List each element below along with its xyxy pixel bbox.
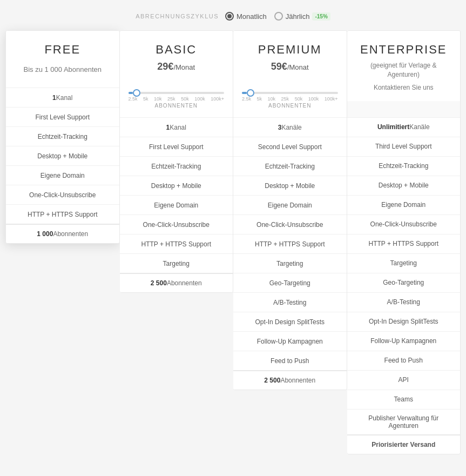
feature-row-enterprise-13: API (347, 370, 461, 390)
feature-row-enterprise-10: Opt-In Design SplitTests (347, 312, 461, 331)
plan-free-subtext: Bis zu 1 000 Abonnenten (15, 61, 111, 78)
feature-row-basic-3: Desktop + Mobile (120, 176, 233, 195)
plan-slider-basic[interactable]: 2.5k5k10k25k50k100k100k+ABONNENTEN (120, 82, 233, 117)
slider-labels-premium: 2.5k5k10k25k50k100k100k+ (242, 96, 338, 102)
feature-row-enterprise-12: Feed to Push (347, 351, 461, 370)
feature-rest-premium-13: Abonnenten (280, 377, 315, 384)
plan-name-enterprise: ENTERPRISE (356, 43, 452, 57)
feature-rest-free-7: Abonnenten (53, 230, 88, 238)
feature-row-basic-4: Eigene Domain (120, 195, 233, 214)
feature-rest-basic-0: Kanal (170, 124, 186, 131)
feature-row-premium-3: Desktop + Mobile (233, 176, 347, 195)
monthly-option[interactable]: Monatlich (225, 12, 267, 21)
plan-slider-premium[interactable]: 2.5k5k10k25k50k100k100k+ABONNENTEN (233, 82, 347, 117)
feature-row-premium-0: 3 Kanäle (233, 117, 347, 137)
plan-card-premium: PREMIUM59€/Monat2.5k5k10k25k50k100k100k+… (233, 30, 347, 390)
feature-row-premium-1: Second Level Support (233, 137, 347, 156)
plan-card-basic: BASIC29€/Monat2.5k5k10k25k50k100k100k+AB… (120, 30, 234, 293)
monthly-label: Monatlich (237, 12, 267, 21)
yearly-option[interactable]: Jährlich -15% (274, 12, 330, 21)
feature-row-premium-2: Echtzeit-Tracking (233, 156, 347, 176)
yearly-radio[interactable] (274, 12, 283, 21)
feature-row-enterprise-1: Third Level Support (347, 137, 461, 156)
feature-bold-enterprise-0: Unlimitiert (377, 123, 409, 131)
feature-row-basic-7: Targeting (120, 253, 233, 273)
feature-row-free-0: 1 Kanal (6, 88, 119, 107)
feature-bold-basic-0: 1 (166, 124, 170, 131)
feature-row-premium-10: Opt-In Design SplitTests (233, 312, 347, 331)
feature-bold-premium-13: 2 500 (264, 377, 280, 384)
feature-row-enterprise-2: Echtzeit-Tracking (347, 156, 461, 176)
plan-card-enterprise: ENTERPRISE(geeignet für Verlage & Agentu… (347, 30, 461, 454)
feature-row-premium-6: HTTP + HTTPS Support (233, 234, 347, 253)
feature-row-free-2: Echtzeit-Tracking (6, 126, 119, 146)
plan-card-free: FREEBis zu 1 000 Abonnenten1 KanalFirst … (5, 30, 120, 244)
feature-row-premium-9: A/B-Testing (233, 292, 347, 312)
feature-row-free-4: Eigene Domain (6, 165, 119, 185)
plan-name-basic: BASIC (129, 43, 225, 57)
feature-row-premium-12: Feed to Push (233, 351, 347, 370)
slider-labels-basic: 2.5k5k10k25k50k100k100k+ (129, 96, 225, 102)
feature-row-enterprise-6: HTTP + HTTPS Support (347, 234, 461, 253)
feature-row-enterprise-8: Geo-Targeting (347, 273, 461, 292)
feature-row-free-6: HTTP + HTTPS Support (6, 204, 119, 224)
plan-header-enterprise: ENTERPRISE(geeignet für Verlage & Agentu… (347, 31, 461, 101)
feature-row-basic-2: Echtzeit-Tracking (120, 156, 233, 176)
feature-row-premium-5: One-Click-Unsubscribe (233, 214, 347, 234)
feature-row-enterprise-0: Unlimitiert Kanäle (347, 117, 461, 137)
yearly-label: Jährlich (286, 12, 310, 21)
feature-row-free-3: Desktop + Mobile (6, 146, 119, 165)
plan-name-premium: PREMIUM (242, 43, 338, 57)
feature-row-free-1: First Level Support (6, 107, 119, 126)
feature-bold-basic-8: 2 500 (151, 279, 167, 287)
plan-contact-enterprise[interactable]: Kontaktieren Sie uns (356, 84, 452, 91)
feature-bold-free-0: 1 (52, 94, 56, 102)
feature-row-basic-5: One-Click-Unsubscribe (120, 214, 233, 234)
plan-name-free: FREE (15, 43, 111, 57)
feature-row-basic-6: HTTP + HTTPS Support (120, 234, 233, 253)
feature-row-premium-8: Geo-Targeting (233, 273, 347, 292)
feature-row-premium-4: Eigene Domain (233, 195, 347, 214)
monthly-radio[interactable] (225, 12, 234, 21)
feature-row-basic-1: First Level Support (120, 137, 233, 156)
feature-row-free-7: 1 000 Abonnenten (6, 224, 119, 243)
plan-price-basic: 29€/Monat (129, 61, 225, 72)
feature-row-enterprise-14: Teams (347, 390, 461, 409)
feature-row-enterprise-5: One-Click-Unsubscribe (347, 214, 461, 234)
feature-row-enterprise-4: Eigene Domain (347, 195, 461, 214)
slider-unit-premium: ABONNENTEN (242, 103, 338, 109)
plan-subtitle-enterprise: (geeignet für Verlage & Agenturen) (356, 61, 452, 79)
feature-bold-free-7: 1 000 (37, 230, 53, 238)
feature-row-enterprise-7: Targeting (347, 253, 461, 273)
feature-row-basic-0: 1 Kanal (120, 117, 233, 137)
plan-header-premium: PREMIUM59€/Monat (233, 31, 347, 82)
plans-container: FREEBis zu 1 000 Abonnenten1 KanalFirst … (0, 30, 466, 471)
feature-row-premium-11: Follow-Up Kampagnen (233, 331, 347, 351)
feature-rest-free-0: Kanal (56, 94, 73, 102)
feature-row-premium-13: 2 500 Abonnenten (233, 370, 347, 390)
feature-row-enterprise-16: Priorisierter Versand (347, 434, 461, 454)
feature-row-premium-7: Targeting (233, 253, 347, 273)
feature-rest-premium-0: Kanäle (281, 124, 301, 131)
feature-row-enterprise-15: Publisher Verwaltung für Agenturen (347, 409, 461, 434)
plan-price-premium: 59€/Monat (242, 61, 338, 72)
feature-row-enterprise-9: A/B-Testing (347, 292, 461, 312)
feature-row-free-5: One-Click-Unsubscribe (6, 185, 119, 204)
billing-cycle-label: ABRECHNUNGSZYKLUS (136, 13, 219, 19)
plan-header-basic: BASIC29€/Monat (120, 31, 233, 82)
feature-row-basic-8: 2 500 Abonnenten (120, 273, 233, 292)
discount-badge: -15% (312, 12, 330, 21)
billing-bar: ABRECHNUNGSZYKLUS Monatlich Jährlich -15… (0, 0, 466, 30)
billing-toggle[interactable]: Monatlich Jährlich -15% (225, 12, 330, 21)
feature-row-enterprise-3: Desktop + Mobile (347, 176, 461, 195)
feature-bold-premium-0: 3 (278, 124, 282, 131)
plan-header-free: FREEBis zu 1 000 Abonnenten (6, 31, 119, 88)
feature-rest-enterprise-0: Kanäle (409, 123, 429, 131)
slider-unit-basic: ABONNENTEN (129, 103, 225, 109)
feature-rest-basic-8: Abonnenten (167, 279, 202, 287)
feature-row-enterprise-11: Follow-Up Kampagnen (347, 331, 461, 351)
